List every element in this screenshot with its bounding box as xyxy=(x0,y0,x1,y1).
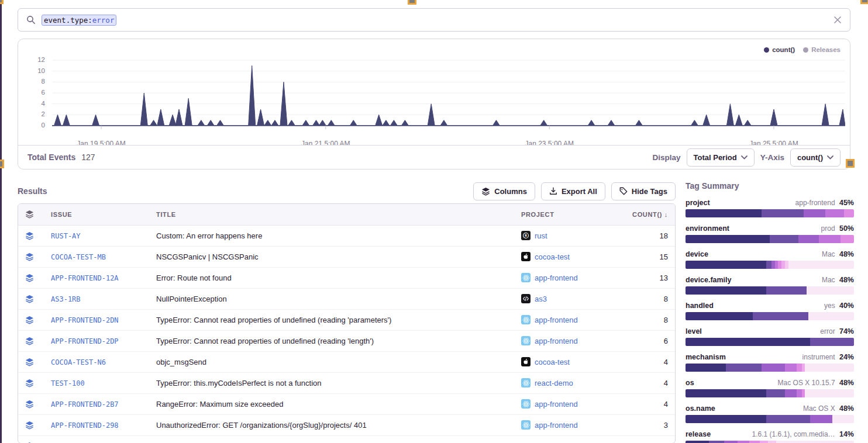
tag-distribution-bar[interactable] xyxy=(686,312,854,320)
tag-bar-segment[interactable] xyxy=(797,364,802,372)
issue-link[interactable]: APP-FRONTEND-2DN xyxy=(51,316,119,324)
issue-link[interactable]: COCOA-TEST-N6 xyxy=(51,358,106,366)
table-row[interactable]: COCOA-TEST-MB NSCGSPanicv | NSCGSPanic c… xyxy=(18,246,675,267)
tag-bar-segment[interactable] xyxy=(798,235,819,243)
tag-bar-segment[interactable] xyxy=(785,389,797,397)
column-header-project[interactable]: PROJECT xyxy=(514,204,622,225)
tag-bar-segment[interactable] xyxy=(805,389,854,397)
tag-distribution-bar[interactable] xyxy=(686,441,854,443)
tag-bar-segment[interactable] xyxy=(766,286,807,295)
issue-stack-icon[interactable] xyxy=(25,316,34,324)
tag-name[interactable]: handled xyxy=(686,302,714,310)
export-all-button[interactable]: Export All xyxy=(541,182,605,200)
tag-bar-segment[interactable] xyxy=(804,209,825,217)
tag-bar-segment[interactable] xyxy=(686,312,753,320)
tag-bar-segment[interactable] xyxy=(753,312,808,320)
issue-stack-icon[interactable] xyxy=(25,421,34,430)
project-link[interactable]: as3 xyxy=(535,295,547,303)
issue-stack-icon[interactable] xyxy=(25,379,34,387)
tag-name[interactable]: mechanism xyxy=(686,353,726,361)
tag-distribution-bar[interactable] xyxy=(686,389,854,397)
tag-distribution-bar[interactable] xyxy=(686,209,854,217)
selection-handle[interactable] xyxy=(860,0,868,4)
project-link[interactable]: rust xyxy=(535,231,547,240)
tag-bar-segment[interactable] xyxy=(766,389,785,397)
tag-bar-segment[interactable] xyxy=(797,389,802,397)
tag-bar-segment[interactable] xyxy=(810,338,854,346)
search-query-token[interactable]: event.type:error xyxy=(42,15,116,26)
tag-bar-segment[interactable] xyxy=(805,364,854,372)
tag-bar-segment[interactable] xyxy=(762,209,804,217)
tag-bar-segment[interactable] xyxy=(762,364,785,372)
tag-bar-segment[interactable] xyxy=(807,286,854,295)
tag-bar-segment[interactable] xyxy=(686,235,770,243)
table-row[interactable]: RUST-AY Custom: An error happens here R … xyxy=(18,225,675,246)
issue-link[interactable]: APP-FRONTEND-298 xyxy=(51,421,119,430)
search-bar[interactable]: event.type:error xyxy=(18,8,850,32)
tag-bar-segment[interactable] xyxy=(686,286,766,295)
project-link[interactable]: app-frontend xyxy=(535,421,578,430)
tag-bar-segment[interactable] xyxy=(686,389,766,397)
tag-bar-segment[interactable] xyxy=(770,235,798,243)
tag-distribution-bar[interactable] xyxy=(686,286,854,295)
selection-handle[interactable] xyxy=(0,0,4,4)
display-dropdown[interactable]: Total Period xyxy=(687,148,755,167)
tag-distribution-bar[interactable] xyxy=(686,415,854,423)
issue-stack-icon[interactable] xyxy=(25,295,34,303)
table-row[interactable]: TEST-100 TypeError: this.myCodeIsPerfect… xyxy=(18,372,675,393)
project-link[interactable]: app-frontend xyxy=(535,337,578,345)
tag-name[interactable]: device xyxy=(686,250,708,258)
column-header-count[interactable]: COUNT() ↓ xyxy=(622,204,675,225)
project-link[interactable]: react-demo xyxy=(535,379,573,387)
tag-name[interactable]: os.name xyxy=(686,404,715,413)
legend-item-releases[interactable]: Releases xyxy=(803,46,841,53)
tag-distribution-bar[interactable] xyxy=(686,261,854,269)
column-header-title[interactable]: TITLE xyxy=(149,204,514,225)
tag-bar-segment[interactable] xyxy=(760,441,768,443)
tag-bar-segment[interactable] xyxy=(810,415,832,423)
tag-bar-segment[interactable] xyxy=(726,364,761,372)
selection-handle[interactable] xyxy=(408,0,416,5)
issue-link[interactable]: AS3-1RB xyxy=(51,295,81,303)
issue-stack-icon[interactable] xyxy=(25,358,34,366)
table-row[interactable]: APP-FRONTEND-2DN TypeError: Cannot read … xyxy=(18,309,675,330)
tag-name[interactable]: environment xyxy=(686,224,729,233)
tag-name[interactable]: release xyxy=(686,430,711,438)
tag-distribution-bar[interactable] xyxy=(686,235,854,243)
table-row[interactable]: APP-FRONTEND-2DP TypeError: Cannot read … xyxy=(18,330,675,351)
tag-bar-segment[interactable] xyxy=(724,441,738,443)
project-link[interactable]: app-frontend xyxy=(535,316,578,324)
tag-bar-segment[interactable] xyxy=(686,209,762,217)
issue-stack-icon[interactable] xyxy=(25,274,34,282)
table-row[interactable] xyxy=(18,435,675,443)
project-link[interactable]: cocoa-test xyxy=(535,252,570,261)
tag-bar-segment[interactable] xyxy=(825,209,844,217)
tag-bar-segment[interactable] xyxy=(686,261,766,269)
tag-bar-segment[interactable] xyxy=(819,235,841,243)
tag-bar-segment[interactable] xyxy=(788,261,854,269)
project-link[interactable]: app-frontend xyxy=(535,400,578,409)
issue-stack-icon[interactable] xyxy=(25,231,34,240)
table-row[interactable]: AS3-1RB NullPointerException as3 8 xyxy=(18,288,675,309)
legend-item-count[interactable]: count() xyxy=(764,46,795,53)
tag-bar-segment[interactable] xyxy=(841,235,854,243)
tag-name[interactable]: device.family xyxy=(686,276,732,284)
issue-link[interactable]: APP-FRONTEND-2B7 xyxy=(51,400,119,409)
issue-stack-icon[interactable] xyxy=(25,400,34,409)
table-row[interactable]: APP-FRONTEND-298 UnauthorizedError: GET … xyxy=(18,414,675,435)
tag-bar-segment[interactable] xyxy=(766,415,810,423)
tag-name[interactable]: project xyxy=(686,199,710,207)
issue-link[interactable]: APP-FRONTEND-2DP xyxy=(51,337,119,345)
tag-bar-segment[interactable] xyxy=(768,441,776,443)
tag-distribution-bar[interactable] xyxy=(686,338,854,346)
table-row[interactable]: APP-FRONTEND-12A Error: Route not found … xyxy=(18,267,675,288)
tag-bar-segment[interactable] xyxy=(808,312,854,320)
issue-link[interactable]: RUST-AY xyxy=(51,232,81,240)
table-row[interactable]: COCOA-TEST-N6 objc_msgSend cocoa-test 4 xyxy=(18,351,675,372)
stack-header-icon[interactable] xyxy=(25,210,34,219)
issue-link[interactable]: APP-FRONTEND-12A xyxy=(51,274,119,282)
tag-bar-segment[interactable] xyxy=(709,441,724,443)
issue-link[interactable]: COCOA-TEST-MB xyxy=(51,253,106,261)
issue-link[interactable]: TEST-100 xyxy=(51,379,85,387)
tag-bar-segment[interactable] xyxy=(832,415,854,423)
